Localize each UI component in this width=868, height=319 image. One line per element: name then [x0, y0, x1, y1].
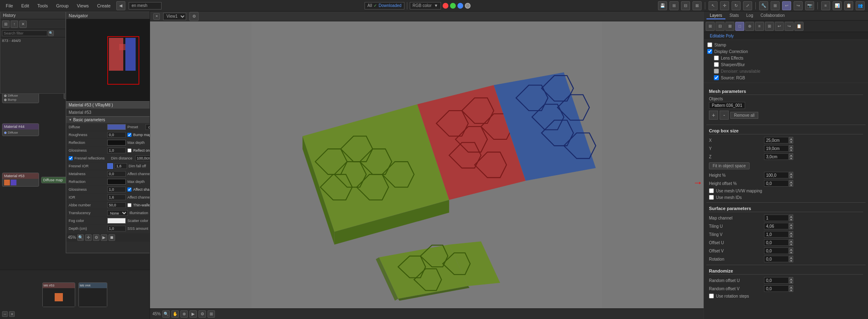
gloss-ref-input[interactable] [107, 187, 126, 192]
stats-icon[interactable]: 📊 [833, 1, 842, 10]
translucency-dropdown[interactable]: None [107, 210, 128, 216]
crop-x-input[interactable] [764, 137, 789, 143]
bump-map-checkbox[interactable] [127, 133, 132, 137]
r-icon-2[interactable]: ⊟ [716, 22, 725, 31]
viewport-close-btn[interactable]: ✕ [153, 13, 160, 20]
select-icon[interactable]: ↖ [709, 1, 718, 10]
height-offset-down[interactable]: ▼ [789, 183, 793, 187]
offset-v-input[interactable] [764, 247, 789, 254]
red-color-dot[interactable] [443, 3, 448, 9]
offset-v-down[interactable]: ▼ [789, 251, 793, 254]
r-icon-4-active[interactable]: □ [735, 22, 744, 31]
pan-icon[interactable]: ✛ [85, 234, 92, 241]
tab-layers[interactable]: Layers [706, 12, 725, 19]
log-icon[interactable]: 📋 [844, 1, 853, 10]
roughness-input[interactable] [107, 132, 126, 138]
r-icon-6[interactable]: ≡ [755, 22, 764, 31]
vp-extra-icon[interactable]: ⚙ [199, 310, 206, 318]
tool2-icon[interactable]: ⊟ [681, 1, 690, 10]
zoom-icon[interactable]: 🔍 [77, 234, 84, 241]
history-tool3[interactable]: ✕ [19, 21, 27, 28]
offset-u-down[interactable]: ▼ [789, 243, 793, 246]
camera-icon[interactable]: 📷 [805, 1, 814, 10]
render-dropdown[interactable]: RGB color ▼ [410, 2, 441, 9]
offset-u-up[interactable]: ▲ [789, 239, 793, 243]
map-channel-input[interactable] [764, 215, 789, 221]
source-checkbox[interactable] [714, 75, 719, 80]
offset-u-input[interactable] [764, 239, 789, 246]
layers-icon[interactable]: ≡ [821, 1, 830, 10]
tab-collaboration[interactable]: Collaboration [757, 12, 788, 19]
node-bottom-1[interactable]: Material #53 [2, 173, 39, 187]
sharpen-blur-checkbox[interactable] [714, 62, 719, 67]
tool3-icon[interactable]: ⊠ [693, 1, 702, 10]
stop-icon[interactable]: ⏹ [108, 234, 115, 241]
move-icon[interactable]: ✛ [720, 1, 729, 10]
blue-color-dot[interactable] [457, 3, 463, 9]
bottom-close-btn[interactable]: ✕ [9, 311, 15, 317]
abbe-input[interactable] [107, 202, 126, 208]
add-btn[interactable]: + [709, 111, 718, 120]
lens-effects-checkbox[interactable] [714, 55, 719, 60]
metalness-input[interactable] [107, 171, 126, 177]
history-tool1[interactable]: ⊞ [2, 21, 9, 28]
reflection-swatch[interactable] [107, 140, 126, 146]
height-input[interactable] [764, 172, 789, 178]
fresnel-ior-input[interactable] [115, 163, 127, 169]
tiling-v-input[interactable] [764, 231, 789, 238]
back-icon[interactable]: ◀ [116, 1, 125, 10]
render-btn[interactable]: ⚙ [93, 234, 99, 241]
height-offset-up[interactable]: ▲ [789, 180, 793, 183]
collab-icon[interactable]: 👥 [856, 1, 865, 10]
height-down[interactable]: ▼ [789, 175, 793, 178]
r-icon-5[interactable]: ⊕ [745, 22, 754, 31]
rotation-input[interactable] [764, 256, 789, 262]
rotate-icon[interactable]: ↻ [732, 1, 741, 10]
use-mesh-ids-checkbox[interactable] [709, 195, 714, 200]
tool1-icon[interactable]: ⊞ [669, 1, 679, 10]
r-icon-8[interactable]: ↩ [775, 22, 784, 31]
crop-y-up[interactable]: ▲ [789, 145, 793, 148]
dim-distance-input[interactable] [135, 155, 150, 161]
crop-y-down[interactable]: ▼ [789, 148, 793, 152]
crop-x-up[interactable]: ▲ [789, 137, 793, 140]
height-up[interactable]: ▲ [789, 172, 793, 175]
history-search-input[interactable] [2, 30, 47, 36]
diffuse-color-swatch[interactable] [107, 124, 126, 130]
vp-grid-icon[interactable]: ⊞ [208, 310, 215, 318]
dark-color-dot[interactable] [465, 3, 471, 9]
random-offset-v-input[interactable] [764, 285, 789, 292]
map-channel-down[interactable]: ▼ [789, 218, 793, 221]
history-search-icon[interactable]: 🔍 [48, 30, 54, 36]
affect-shadows-checkbox[interactable] [127, 187, 132, 192]
save-icon[interactable]: 💾 [658, 1, 667, 10]
menu-edit[interactable]: Edit [19, 2, 32, 9]
history-tool2[interactable]: ↑ [11, 21, 18, 28]
tiling-v-up[interactable]: ▲ [789, 231, 793, 234]
random-offset-v-up[interactable]: ▲ [789, 285, 793, 289]
reflect-backside-checkbox[interactable] [127, 148, 132, 153]
depth-input[interactable] [107, 226, 126, 231]
play-icon[interactable]: ▶ [101, 234, 107, 241]
r-icon-7[interactable]: ⊞ [765, 22, 774, 31]
r-icon-3[interactable]: ⊠ [725, 22, 734, 31]
random-offset-v-down[interactable]: ▼ [789, 289, 793, 292]
viewport-select[interactable]: View1 [163, 13, 186, 20]
r-icon-9[interactable]: ↪ [785, 22, 794, 31]
small-node-2[interactable]: Mtl #44 [78, 282, 107, 307]
glossiness-input[interactable] [107, 148, 126, 153]
rotation-up[interactable]: ▲ [789, 256, 793, 259]
fresnel-checkbox[interactable] [69, 156, 73, 160]
refraction-swatch[interactable] [107, 179, 126, 185]
menu-views[interactable]: Views [74, 2, 91, 9]
align-icon[interactable]: ⊞ [771, 1, 780, 10]
vp-render-icon[interactable]: ▶ [189, 310, 197, 318]
use-rotation-steps-checkbox[interactable] [709, 294, 714, 298]
node-3[interactable]: Material #44 Diffuse [2, 123, 39, 136]
r-icon-1[interactable]: ⊞ [706, 22, 715, 31]
tiling-u-up[interactable]: ▲ [789, 223, 793, 226]
thin-walled-checkbox[interactable] [127, 203, 132, 207]
basic-params-header[interactable]: ▼ Basic parameters [66, 116, 150, 123]
tiling-v-down[interactable]: ▼ [789, 234, 793, 238]
snap-icon[interactable]: 🔧 [759, 1, 768, 10]
